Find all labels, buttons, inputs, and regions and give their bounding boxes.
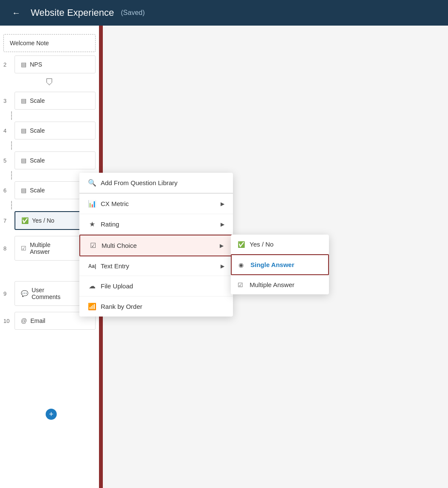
rank-order-icon: 📶 [88, 302, 96, 311]
dashed-connector-3 [11, 111, 99, 120]
sidebar-item-7-label: Yes / No [32, 217, 54, 224]
multiple-answer-sub-icon: ☑ [238, 282, 245, 288]
sidebar-item-nps-label: NPS [30, 61, 42, 68]
row-number-4: 4 [3, 128, 12, 134]
sidebar-item-welcome-label: Welcome Note [10, 40, 49, 46]
menu-item-text-entry[interactable]: Aa| Text Entry ▶ [79, 256, 233, 276]
sub-menu-item-single-answer[interactable]: ◉ Single Answer [231, 254, 329, 275]
sub-menu-single-answer-label: Single Answer [250, 261, 294, 268]
menu-item-file-upload-label: File Upload [101, 282, 133, 290]
text-entry-icon: Aa| [88, 263, 96, 269]
menu-item-file-upload[interactable]: ☁ File Upload [79, 276, 233, 296]
sidebar-item-5-label: Scale [30, 157, 45, 164]
back-button[interactable]: ← [9, 6, 24, 20]
menu-item-rating-label: Rating [101, 221, 119, 228]
sidebar-item-4-label: Scale [30, 127, 45, 134]
sub-menu-item-multiple-answer[interactable]: ☑ Multiple Answer [231, 275, 329, 294]
user-comments-icon: 💬 [21, 290, 28, 297]
scale-icon-4: ▤ [21, 127, 26, 134]
file-upload-icon: ☁ [88, 282, 96, 290]
sidebar-item-9-label: User Comments [32, 287, 61, 300]
sub-menu-yes-no-label: Yes / No [250, 241, 273, 248]
sidebar-item-5[interactable]: ▤ Scale [15, 151, 96, 169]
menu-item-add-library-label: Add From Question Library [101, 179, 177, 186]
row-number-7: 7 [3, 218, 12, 224]
menu-item-text-entry-label: Text Entry [101, 262, 129, 270]
sub-menu-multiple-answer-label: Multiple Answer [250, 281, 294, 288]
scale-icon-3: ▤ [21, 97, 26, 104]
rating-icon: ★ [88, 220, 96, 228]
sidebar-item-welcome[interactable]: Welcome Note [3, 34, 96, 52]
row-number-5: 5 [3, 157, 12, 164]
dashed-connector-4 [11, 141, 99, 150]
text-entry-arrow: ▶ [221, 263, 224, 269]
single-answer-sub-icon: ◉ [239, 261, 246, 268]
row-number-2: 2 [3, 61, 12, 68]
yes-no-icon: ✅ [21, 217, 29, 224]
scale-icon-5: ▤ [21, 157, 26, 164]
sidebar-item-4[interactable]: ▤ Scale [15, 122, 96, 139]
main-layout: Welcome Note 2 ▤ NPS ⛉ 3 ▤ Scale 4 ▤ [0, 26, 448, 488]
sidebar-item-3-label: Scale [30, 97, 45, 104]
menu-item-rating[interactable]: ★ Rating ▶ [79, 214, 233, 235]
multi-ans-icon: ☑ [21, 245, 26, 252]
multi-choice-arrow: ▶ [220, 243, 224, 249]
menu-item-multi-choice-label: Multi Choice [102, 242, 137, 249]
menu-item-rank-order[interactable]: 📶 Rank by Order [79, 296, 233, 317]
rating-arrow: ▶ [221, 221, 224, 227]
saved-status: (Saved) [121, 9, 145, 17]
sidebar-item-10-label: Email [30, 317, 45, 324]
row-number-10: 10 [3, 318, 12, 324]
multi-choice-icon: ☑ [89, 241, 97, 250]
page-title: Website Experience [31, 7, 114, 18]
sidebar-item-8-label: Multiple Answer [30, 241, 50, 255]
row-number-6: 6 [3, 187, 12, 194]
question-type-dropdown: 🔍 Add From Question Library 📊 CX Metric … [79, 173, 233, 317]
yes-no-sub-icon: ✅ [238, 241, 245, 248]
menu-item-rank-order-label: Rank by Order [101, 303, 143, 310]
row-number-3: 3 [3, 98, 12, 104]
email-icon: @ [21, 317, 27, 324]
menu-item-multi-choice[interactable]: ☑ Multi Choice ▶ [79, 235, 233, 256]
menu-item-cx-metric[interactable]: 📊 CX Metric ▶ [79, 194, 233, 214]
row-number-9: 9 [3, 290, 12, 297]
sidebar-item-3[interactable]: ▤ Scale [15, 92, 96, 110]
content-area: trouble finding anything? 🔍 Add From Que… [103, 26, 448, 488]
tree-divider: ⛉ [0, 75, 99, 90]
sidebar-item-6-label: Scale [30, 187, 45, 194]
sub-menu-item-yes-no[interactable]: ✅ Yes / No [231, 235, 329, 254]
app-header: ← Website Experience (Saved) [0, 0, 448, 26]
scale-icon-6: ▤ [21, 187, 26, 194]
menu-item-add-library[interactable]: 🔍 Add From Question Library [79, 173, 233, 194]
cx-metric-icon: 📊 [88, 200, 96, 208]
cx-metric-arrow: ▶ [221, 201, 224, 207]
menu-item-cx-metric-label: CX Metric [101, 200, 129, 207]
nps-icon: ▤ [21, 61, 26, 68]
search-icon: 🔍 [88, 179, 96, 187]
add-item-button[interactable]: + [46, 409, 57, 420]
row-number-8: 8 [3, 245, 12, 252]
multi-choice-submenu: ✅ Yes / No ◉ Single Answer ☑ Multiple An… [231, 235, 329, 294]
sidebar-item-nps[interactable]: ▤ NPS [15, 55, 96, 73]
